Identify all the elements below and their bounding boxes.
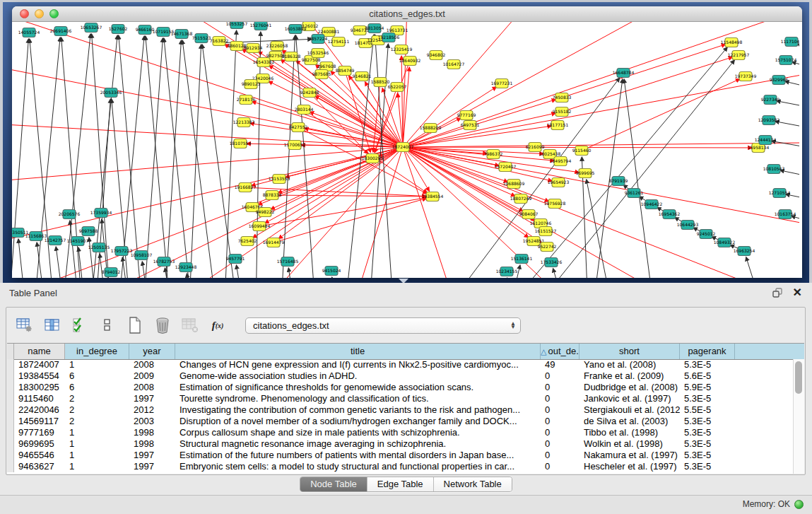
table-cell-pagerank[interactable]: 5.9E-5	[680, 382, 735, 393]
table-cell-short[interactable]: Dudbridge et al. (2008)	[579, 382, 680, 393]
graph-node[interactable]: 6497531	[461, 121, 480, 130]
table-cell-pagerank[interactable]: 5.3E-5	[680, 438, 735, 450]
table-cell-year[interactable]: 2008	[129, 359, 175, 370]
graph-node[interactable]: 12093582	[758, 116, 780, 125]
table-row[interactable]: 1872400712008Changes of HCN gene express…	[7, 359, 804, 370]
graph-node[interactable]: 19756928	[544, 199, 566, 209]
graph-node[interactable]: 9415024	[322, 267, 341, 276]
table-cell-pagerank[interactable]: 5.3E-5	[680, 450, 735, 461]
table-cell-year[interactable]: 1997	[129, 461, 175, 472]
table-cell-year[interactable]: 1997	[129, 393, 175, 404]
table-cell-in_degree[interactable]: 1	[65, 461, 129, 472]
graph-node[interactable]: 7625402	[238, 237, 257, 246]
table-cell-year[interactable]: 2008	[129, 382, 175, 393]
float-panel-icon[interactable]	[772, 288, 783, 298]
select-columns-icon[interactable]	[42, 316, 62, 334]
graph-node[interactable]: 12923448	[175, 263, 197, 272]
table-row[interactable]: 946554611997Estimation of the future num…	[7, 450, 804, 461]
graph-edge[interactable]	[236, 265, 245, 278]
table-cell-in_degree[interactable]: 6	[65, 370, 129, 382]
graph-node[interactable]: 10688609	[503, 180, 525, 189]
table-cell-out_degree[interactable]: 0	[541, 393, 579, 404]
graph-node[interactable]: 10653267	[81, 23, 102, 33]
graph-node[interactable]: 19166827	[235, 183, 257, 192]
column-header-year[interactable]: year	[129, 344, 175, 359]
table-cell-title[interactable]: Tourette syndrome. Phenomenology and cla…	[175, 393, 541, 404]
graph-edge[interactable]	[164, 38, 192, 278]
table-cell-short[interactable]: Stergiakouli et al. (2012)	[579, 404, 680, 416]
graph-edge[interactable]	[12, 147, 403, 185]
tab-edge-table[interactable]: Edge Table	[367, 477, 434, 491]
graph-node[interactable]: 7986372	[484, 150, 503, 159]
graph-node[interactable]: 18807249	[510, 194, 532, 204]
table-cell-in_degree[interactable]: 2	[65, 416, 129, 427]
table-cell-short[interactable]: Franke et al. (2009)	[579, 370, 680, 382]
graph-node[interactable]: 18495794	[550, 157, 572, 166]
graph-edge[interactable]	[403, 87, 496, 147]
graph-node[interactable]: 10234155	[496, 267, 518, 276]
table-cell-title[interactable]: Investigating the contribution of common…	[175, 404, 541, 416]
table-cell-year[interactable]: 1998	[129, 427, 175, 438]
graph-node[interactable]: 8854749	[336, 66, 355, 76]
table-selector-combobox[interactable]: citations_edges.txt ▲▼	[245, 317, 521, 334]
table-cell-short[interactable]: de Silva et al. (2003)	[579, 416, 680, 427]
graph-node[interactable]: 9242848	[300, 88, 319, 98]
graph-node[interactable]: 9699695	[576, 169, 595, 178]
table-cell-title[interactable]: Structural magnetic resonance image aver…	[175, 438, 541, 450]
graph-node[interactable]: 12325419	[391, 45, 413, 54]
table-cell-name[interactable]: 18724007	[14, 359, 65, 370]
graph-edge[interactable]	[780, 170, 799, 177]
graph-node[interactable]: 12217957	[728, 51, 750, 60]
graph-node[interactable]: 16053809	[285, 25, 307, 34]
function-builder-icon[interactable]: f(x)	[208, 316, 228, 334]
graph-edge[interactable]	[746, 257, 761, 278]
graph-edge[interactable]	[92, 34, 111, 278]
table-cell-pagerank[interactable]: 5.5E-5	[680, 404, 735, 416]
graph-node[interactable]: 15720407	[495, 163, 517, 172]
table-cell-out_degree[interactable]: 0	[541, 416, 579, 427]
graph-node[interactable]: 15888209	[420, 124, 442, 133]
graph-edge[interactable]	[403, 147, 552, 181]
graph-node[interactable]: 9522742	[538, 243, 557, 252]
graph-node[interactable]: 16543382	[253, 58, 275, 67]
table-cell-name[interactable]: 9115460	[14, 393, 65, 404]
graph-edge[interactable]	[582, 79, 740, 151]
graph-node[interactable]: 15136141	[511, 255, 533, 264]
select-rows-icon[interactable]	[70, 316, 90, 334]
graph-edge[interactable]	[259, 198, 426, 226]
graph-node[interactable]: 8878334	[263, 191, 282, 200]
table-cell-out_degree[interactable]: 49	[541, 359, 579, 370]
graph-node[interactable]: 16954362	[659, 210, 681, 219]
table-cell-pagerank[interactable]: 5.3E-5	[680, 359, 735, 370]
graph-edge[interactable]	[143, 38, 163, 278]
table-row[interactable]: 1938455462009Genome-wide association stu…	[7, 370, 804, 382]
scrollbar-thumb[interactable]	[795, 361, 802, 394]
close-panel-icon[interactable]: ✕	[793, 287, 802, 298]
graph-node[interactable]: 7515523	[192, 34, 211, 43]
table-cell-year[interactable]: 1997	[129, 450, 175, 461]
graph-node[interactable]: 8794012	[102, 268, 121, 277]
graph-node[interactable]: 12213383	[233, 118, 255, 127]
table-cell-short[interactable]: Jankovic et al. (1997)	[579, 393, 680, 404]
table-cell-name[interactable]: 9777169	[14, 427, 65, 438]
graph-node[interactable]: 19384554	[422, 192, 444, 201]
graph-node[interactable]: 10164727	[443, 60, 465, 69]
graph-edge[interactable]	[164, 40, 181, 278]
graph-node[interactable]: 15276041	[250, 22, 272, 30]
graph-node[interactable]: 15716485	[277, 257, 299, 267]
graph-edge[interactable]	[119, 35, 143, 278]
graph-node[interactable]: 14055724	[18, 28, 40, 37]
table-cell-name[interactable]: 9699695	[14, 438, 65, 450]
delete-table-icon[interactable]	[153, 316, 172, 334]
graph-node[interactable]: 15751074	[775, 56, 797, 65]
table-cell-title[interactable]: Estimation of the future numbers of pati…	[175, 450, 541, 461]
window-titlebar[interactable]: citations_edges.txt	[12, 6, 802, 22]
graph-edge[interactable]	[777, 101, 799, 108]
graph-edge[interactable]	[775, 122, 799, 129]
graph-node[interactable]: 19654923	[548, 178, 570, 187]
table-cell-title[interactable]: Estimation of significance thresholds fo…	[175, 382, 541, 393]
table-cell-out_degree[interactable]: 0	[541, 404, 579, 416]
import-table-icon[interactable]	[180, 316, 200, 334]
graph-node[interactable]: 16151527	[535, 227, 557, 236]
graph-edge[interactable]	[315, 96, 403, 147]
